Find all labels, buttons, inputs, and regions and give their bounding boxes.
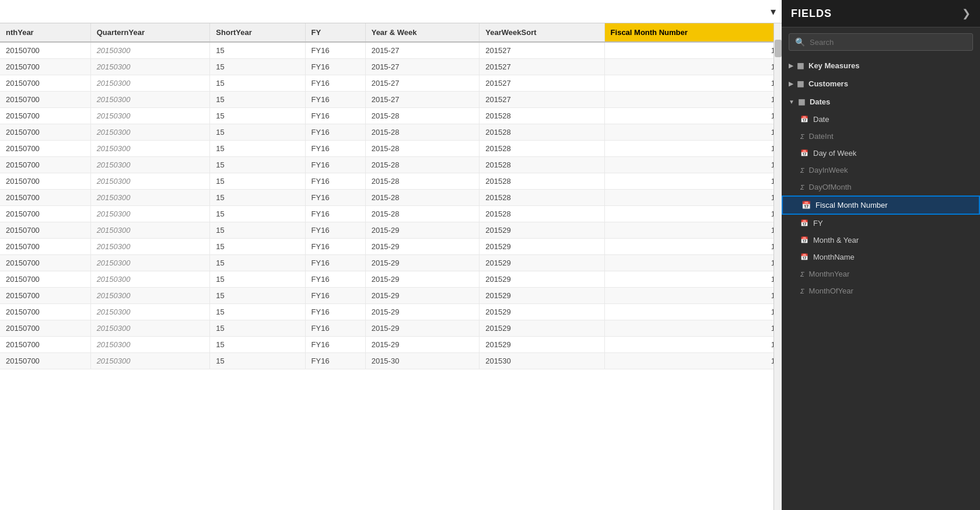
calendar-icon: 📅 [800, 253, 808, 261]
table-row: 201507002015030015FY162015-282015281 [0, 108, 782, 124]
table-row: 201507002015030015FY162015-282015281 [0, 173, 782, 190]
cell-yearWeekSort: 201527 [480, 59, 604, 75]
field-item-FY[interactable]: 📅FY [782, 215, 980, 232]
field-group-customers[interactable]: ▶▦Customers [782, 75, 980, 93]
field-label: Date [813, 115, 829, 124]
table-header-row: nthYearQuarternYearShortYearFYYear & Wee… [0, 23, 782, 42]
cell-quarternYear: 20150300 [90, 288, 210, 304]
cell-fiscalMonthNumber: 1 [604, 320, 781, 337]
cell-fy: FY16 [305, 157, 365, 173]
cell-fy: FY16 [305, 288, 365, 304]
table-row: 201507002015030015FY162015-292015291 [0, 222, 782, 239]
key-measures-arrow: ▶ [789, 62, 793, 69]
cell-yearWeek: 2015-28 [365, 124, 480, 141]
table-row: 201507002015030015FY162015-272015271 [0, 59, 782, 75]
cell-monthnYear: 20150700 [0, 353, 90, 369]
cell-monthnYear: 20150700 [0, 320, 90, 337]
cell-shortYear: 15 [210, 92, 305, 108]
cell-shortYear: 15 [210, 239, 305, 255]
fields-collapse-button[interactable]: ❯ [962, 7, 971, 20]
cell-fiscalMonthNumber: 1 [604, 75, 781, 92]
field-item-DayOfMonth[interactable]: ΣDayOfMonth [782, 179, 980, 195]
cell-yearWeek: 2015-28 [365, 190, 480, 206]
scroll-thumb[interactable] [775, 40, 782, 57]
calendar-icon: 📅 [800, 116, 808, 123]
cell-yearWeek: 2015-29 [365, 255, 480, 271]
cell-quarternYear: 20150300 [90, 239, 210, 255]
cell-yearWeekSort: 201528 [480, 108, 604, 124]
cell-yearWeek: 2015-30 [365, 353, 480, 369]
cell-fy: FY16 [305, 141, 365, 157]
cell-monthnYear: 20150700 [0, 304, 90, 320]
sigma-icon: Σ [800, 288, 804, 295]
col-header-fy[interactable]: FY [305, 23, 365, 42]
field-label: DayOfMonth [809, 183, 852, 191]
field-item-MonthnYear[interactable]: ΣMonthnYear [782, 266, 980, 282]
cell-fiscalMonthNumber: 1 [604, 206, 781, 222]
search-box: 🔍 [789, 33, 973, 51]
table-row: 201507002015030015FY162015-292015291 [0, 271, 782, 288]
cell-fiscalMonthNumber: 1 [604, 337, 781, 353]
search-input[interactable] [810, 38, 967, 47]
table-row: 201507002015030015FY162015-292015291 [0, 304, 782, 320]
sigma-icon: Σ [800, 271, 804, 278]
field-item-MonthOfYear[interactable]: ΣMonthOfYear [782, 282, 980, 299]
cell-fy: FY16 [305, 206, 365, 222]
table-row: 201507002015030015FY162015-292015291 [0, 239, 782, 255]
dates-arrow: ▼ [789, 99, 794, 105]
col-header-monthnYear[interactable]: nthYear [0, 23, 90, 42]
cell-fy: FY16 [305, 320, 365, 337]
cell-fiscalMonthNumber: 1 [604, 271, 781, 288]
cell-monthnYear: 20150700 [0, 255, 90, 271]
col-header-yearWeek[interactable]: Year & Week [365, 23, 480, 42]
cell-quarternYear: 20150300 [90, 124, 210, 141]
cell-monthnYear: 20150700 [0, 206, 90, 222]
cell-shortYear: 15 [210, 190, 305, 206]
field-item-DateInt[interactable]: ΣDateInt [782, 128, 980, 145]
field-item-MonthName[interactable]: 📅MonthName [782, 249, 980, 266]
cell-fiscalMonthNumber: 1 [604, 157, 781, 173]
field-item-DayInWeek[interactable]: ΣDayInWeek [782, 162, 980, 179]
cell-monthnYear: 20150700 [0, 42, 90, 59]
scrollbar[interactable] [774, 23, 782, 510]
cell-fiscalMonthNumber: 1 [604, 353, 781, 369]
field-group-dates[interactable]: ▼▦Dates [782, 93, 980, 111]
cell-shortYear: 15 [210, 75, 305, 92]
cell-yearWeekSort: 201529 [480, 255, 604, 271]
table-row: 201507002015030015FY162015-292015291 [0, 337, 782, 353]
cell-shortYear: 15 [210, 108, 305, 124]
collapse-button[interactable]: ▾ [771, 5, 776, 18]
cell-fiscalMonthNumber: 1 [604, 288, 781, 304]
col-header-fiscalMonthNumber[interactable]: Fiscal Month Number [604, 23, 781, 42]
field-group-key-measures[interactable]: ▶▦Key Measures [782, 57, 980, 75]
cell-yearWeek: 2015-27 [365, 42, 480, 59]
sigma-icon: Σ [800, 167, 804, 174]
field-item-Date[interactable]: 📅Date [782, 111, 980, 128]
col-header-quarternYear[interactable]: QuarternYear [90, 23, 210, 42]
top-bar: ▾ [0, 0, 782, 23]
cell-yearWeek: 2015-29 [365, 288, 480, 304]
cell-monthnYear: 20150700 [0, 337, 90, 353]
field-item-DayOfWeek[interactable]: 📅Day of Week [782, 145, 980, 162]
field-label: DayInWeek [809, 166, 848, 174]
col-header-shortYear[interactable]: ShortYear [210, 23, 305, 42]
table-area: ▾ nthYearQuarternYearShortYearFYYear & W… [0, 0, 782, 510]
cell-yearWeekSort: 201530 [480, 353, 604, 369]
dates-icon: ▦ [798, 97, 805, 106]
cell-monthnYear: 20150700 [0, 59, 90, 75]
cell-fy: FY16 [305, 108, 365, 124]
cell-monthnYear: 20150700 [0, 173, 90, 190]
cell-fiscalMonthNumber: 1 [604, 304, 781, 320]
field-item-FiscalMonthNumber[interactable]: 📅Fiscal Month Number [782, 195, 980, 215]
cell-yearWeek: 2015-28 [365, 108, 480, 124]
cell-fy: FY16 [305, 271, 365, 288]
cell-yearWeekSort: 201528 [480, 141, 604, 157]
cell-shortYear: 15 [210, 206, 305, 222]
field-item-MonthYear[interactable]: 📅Month & Year [782, 232, 980, 249]
table-row: 201507002015030015FY162015-272015271 [0, 92, 782, 108]
cell-shortYear: 15 [210, 157, 305, 173]
cell-yearWeekSort: 201527 [480, 92, 604, 108]
col-header-yearWeekSort[interactable]: YearWeekSort [480, 23, 604, 42]
cell-fiscalMonthNumber: 1 [604, 141, 781, 157]
cell-shortYear: 15 [210, 173, 305, 190]
